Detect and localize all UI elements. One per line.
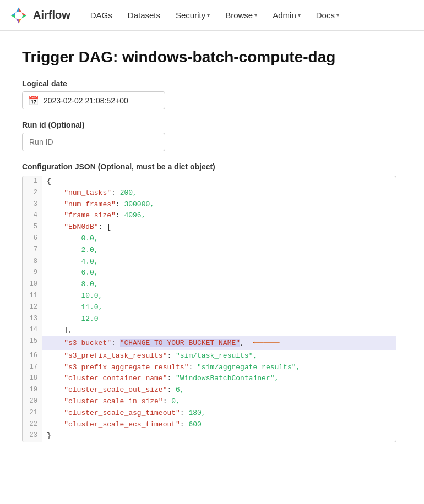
line-content: "EbN0dB": [ — [42, 222, 396, 233]
json-line: 12 11.0, — [23, 302, 396, 314]
nav-link-admin[interactable]: Admin ▾ — [266, 6, 307, 24]
line-number: 18 — [23, 373, 42, 385]
nav-link-security[interactable]: Security ▾ — [169, 6, 216, 24]
nav-item-browse: Browse ▾ — [219, 6, 264, 24]
json-line: 19 "cluster_scale_out_size": 6, — [23, 385, 396, 396]
json-line: 8 4.0, — [23, 256, 396, 268]
admin-caret-icon: ▾ — [298, 12, 301, 18]
calendar-icon: 📅 — [28, 95, 39, 106]
nav-label-datasets: Datasets — [128, 10, 160, 20]
line-content: 4.0, — [42, 256, 396, 268]
page-title: Trigger DAG: windows-batch-compute-dag — [22, 48, 396, 66]
line-content: 6.0, — [42, 267, 396, 279]
brand-name: Airflow — [33, 9, 70, 21]
json-line: 23} — [23, 430, 396, 442]
line-number: 11 — [23, 291, 42, 302]
line-content: 8.0, — [42, 279, 396, 291]
json-line: 3 "num_frames": 300000, — [23, 199, 396, 211]
logical-date-label: Logical date — [22, 79, 396, 88]
line-number: 14 — [23, 325, 42, 336]
json-line: 9 6.0, — [23, 267, 396, 279]
line-content: "cluster_scale_in_size": 0, — [42, 396, 396, 408]
line-content: ], — [42, 325, 396, 336]
line-content: "s3_bucket": "CHANGE_TO_YOUR_BUCKET_NAME… — [42, 336, 396, 350]
line-content: 12.0 — [42, 314, 396, 325]
line-content: "s3_prefix_task_results": "sim/task_resu… — [42, 350, 396, 362]
line-content: "cluster_container_name": "WindowsBatchC… — [42, 373, 396, 385]
main-content: Trigger DAG: windows-batch-compute-dag L… — [0, 31, 418, 460]
config-json-label: Configuration JSON (Optional, must be a … — [22, 162, 396, 171]
docs-caret-icon: ▾ — [336, 12, 339, 18]
line-content: "num_frames": 300000, — [42, 199, 396, 211]
nav-item-datasets: Datasets — [121, 6, 167, 24]
logical-date-value: 2023-02-02 21:08:52+00 — [44, 96, 128, 105]
line-content: 10.0, — [42, 291, 396, 302]
line-content: "cluster_scale_ecs_timeout": 600 — [42, 419, 396, 431]
line-number: 7 — [23, 245, 42, 256]
nav-link-datasets[interactable]: Datasets — [121, 6, 167, 24]
line-content: { — [42, 176, 396, 188]
nav-label-security: Security — [176, 10, 205, 20]
line-content: "cluster_scale_asg_timeout": 180, — [42, 408, 396, 419]
json-line: 1{ — [23, 176, 396, 188]
nav-menu: DAGs Datasets Security ▾ Browse ▾ Admin … — [84, 6, 346, 24]
nav-link-docs[interactable]: Docs ▾ — [309, 6, 346, 24]
json-editor[interactable]: 1{2 "num_tasks": 200,3 "num_frames": 300… — [22, 176, 396, 442]
line-content: 11.0, — [42, 302, 396, 314]
line-content: } — [42, 430, 396, 442]
browse-caret-icon: ▾ — [254, 12, 257, 18]
line-content: "frame_size": 4096, — [42, 210, 396, 222]
json-line: 11 10.0, — [23, 291, 396, 302]
json-line: 7 2.0, — [23, 245, 396, 256]
line-number: 12 — [23, 302, 42, 314]
nav-item-docs: Docs ▾ — [309, 6, 346, 24]
nav-item-dags: DAGs — [84, 6, 119, 24]
json-lines: 1{2 "num_tasks": 200,3 "num_frames": 300… — [23, 176, 396, 442]
line-number: 9 — [23, 267, 42, 279]
navbar: Airflow DAGs Datasets Security ▾ Browse … — [0, 0, 424, 31]
json-line: 21 "cluster_scale_asg_timeout": 180, — [23, 408, 396, 419]
json-line: 14 ], — [23, 325, 396, 336]
line-number: 5 — [23, 222, 42, 233]
line-number: 15 — [23, 336, 42, 350]
line-number: 23 — [23, 430, 42, 442]
line-number: 10 — [23, 279, 42, 291]
line-number: 6 — [23, 233, 42, 245]
json-line: 6 0.0, — [23, 233, 396, 245]
line-number: 17 — [23, 362, 42, 374]
line-content: 2.0, — [42, 245, 396, 256]
json-line: 13 12.0 — [23, 314, 396, 325]
line-content: "num_tasks": 200, — [42, 188, 396, 199]
line-content: "s3_prefix_aggregate_results": "sim/aggr… — [42, 362, 396, 374]
line-number: 16 — [23, 350, 42, 362]
run-id-label: Run id (Optional) — [22, 120, 396, 129]
nav-link-dags[interactable]: DAGs — [84, 6, 119, 24]
line-number: 3 — [23, 199, 42, 211]
json-line: 4 "frame_size": 4096, — [23, 210, 396, 222]
line-number: 2 — [23, 188, 42, 199]
json-line: 17 "s3_prefix_aggregate_results": "sim/a… — [23, 362, 396, 374]
arrow-annotation-icon: ←———— — [248, 336, 280, 350]
json-line: 22 "cluster_scale_ecs_timeout": 600 — [23, 419, 396, 431]
security-caret-icon: ▾ — [207, 12, 210, 18]
line-number: 1 — [23, 176, 42, 188]
line-number: 8 — [23, 256, 42, 268]
json-line: 5 "EbN0dB": [ — [23, 222, 396, 233]
line-number: 22 — [23, 419, 42, 431]
nav-link-browse[interactable]: Browse ▾ — [219, 6, 264, 24]
nav-label-docs: Docs — [316, 10, 335, 20]
line-number: 4 — [23, 210, 42, 222]
nav-label-browse: Browse — [225, 10, 253, 20]
svg-point-0 — [17, 13, 20, 17]
line-number: 13 — [23, 314, 42, 325]
line-number: 19 — [23, 385, 42, 396]
logical-date-input[interactable]: 📅 2023-02-02 21:08:52+00 — [22, 91, 165, 109]
line-content: 0.0, — [42, 233, 396, 245]
brand-link[interactable]: Airflow — [9, 6, 70, 25]
airflow-logo-icon — [9, 6, 29, 25]
line-content: "cluster_scale_out_size": 6, — [42, 385, 396, 396]
run-id-input[interactable] — [22, 133, 165, 151]
line-number: 21 — [23, 408, 42, 419]
json-line: 10 8.0, — [23, 279, 396, 291]
json-line: 20 "cluster_scale_in_size": 0, — [23, 396, 396, 408]
